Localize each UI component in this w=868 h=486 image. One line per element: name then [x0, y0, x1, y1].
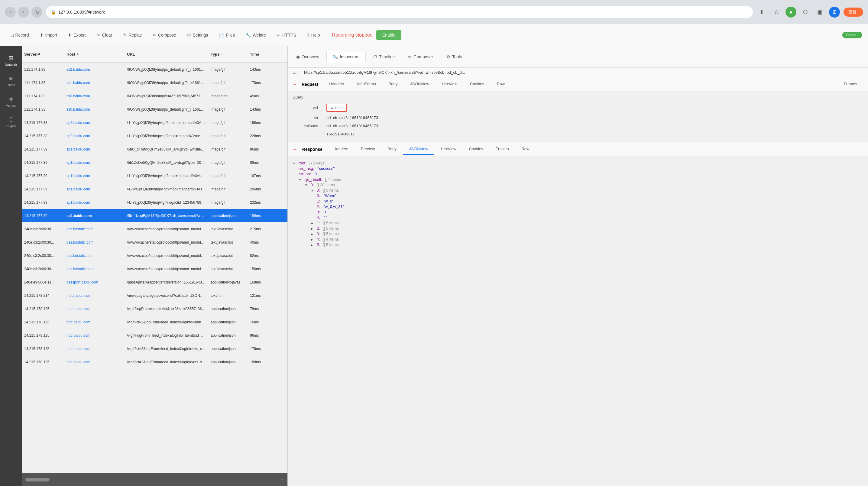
- reload-button[interactable]: ↻: [31, 7, 42, 18]
- json-liju-key: liju_result:: [305, 177, 322, 182]
- table-row[interactable]: 14.215.178.214 mbd.baidu.com /newspage/a…: [22, 289, 287, 302]
- scrollbar-bottom[interactable]: ✕: [22, 473, 287, 486]
- update-button[interactable]: 更新 ·: [843, 7, 863, 17]
- json-sub0-meta: [] 5 items: [323, 188, 339, 192]
- files-button[interactable]: 📄 Files: [214, 30, 240, 40]
- table-row[interactable]: 14.215.177.39 sp1.baidu.com /5b11fzupBgM…: [22, 209, 287, 222]
- import-button[interactable]: ⬆ Import: [35, 30, 62, 40]
- col-url[interactable]: URL ↕: [125, 52, 208, 57]
- tab-resp-body[interactable]: Body: [381, 144, 403, 155]
- collapse-sub5[interactable]: [311, 242, 314, 247]
- record-button[interactable]: □ Record: [6, 30, 34, 40]
- col-type[interactable]: Type ↕: [208, 52, 248, 57]
- tab-resp-trailers[interactable]: Trailers: [490, 144, 515, 155]
- export-button[interactable]: ⬇ Export: [63, 30, 90, 40]
- table-row[interactable]: 14.215.178.125 hpd.baidu.com /v.gif?ct=2…: [22, 342, 287, 356]
- tab-composer[interactable]: ✏ Composer: [402, 51, 439, 62]
- col-serverip[interactable]: ServerIP ↕: [22, 52, 64, 57]
- cell-url: /5bU_dTmfKgQFm2e88luM_a/w.gif?q=whistle&…: [125, 147, 208, 151]
- table-row[interactable]: 14.215.178.125 hpd.baidu.com /v.gif?ct=2…: [22, 315, 287, 329]
- close-icon[interactable]: ✕: [281, 478, 284, 481]
- tab-resp-jsonview[interactable]: JSONView: [403, 144, 434, 155]
- clear-button[interactable]: ✕ Clear: [92, 30, 117, 40]
- table-row[interactable]: 14.215.177.39 sp1.baidu.com /-L-Ysjjp0Ql…: [22, 169, 287, 183]
- back-button[interactable]: ‹: [5, 7, 16, 18]
- sidebar-item-rules[interactable]: ≡ Rules: [1, 71, 21, 90]
- tab-resp-cookies[interactable]: Cookies: [463, 144, 489, 155]
- extension-icon[interactable]: ⬡: [800, 7, 811, 18]
- replay-button[interactable]: ↻ Replay: [118, 30, 147, 40]
- table-row[interactable]: 240e:c3:2c00:30... pss.bdstatic.com /r/w…: [22, 262, 287, 276]
- compose-button[interactable]: ✏ Compose: [148, 30, 181, 40]
- enable-button[interactable]: Enable: [376, 30, 402, 40]
- tab-req-body[interactable]: Body: [383, 79, 404, 90]
- collapse-sub3[interactable]: [311, 232, 314, 236]
- tab-overview[interactable]: ◉ Overview: [290, 51, 325, 62]
- tab-req-jsonview[interactable]: JSONView: [404, 79, 435, 90]
- table-row[interactable]: 111.174.1.33 ss0.baidu.com /6ONWsjjp0QlZ…: [22, 89, 287, 103]
- collapse-sub2[interactable]: [311, 226, 314, 231]
- tab-resp-hexview[interactable]: HexView: [435, 144, 462, 155]
- table-row[interactable]: 14.215.178.125 hpd.baidu.com /v.gif?logF…: [22, 329, 287, 342]
- tab-timeline[interactable]: ⏱ Timeline: [367, 51, 401, 62]
- https-button[interactable]: ✓ HTTPS: [272, 30, 301, 40]
- collapse-sub4[interactable]: [311, 237, 314, 242]
- sidebar-item-network[interactable]: ⊞ Network: [1, 51, 21, 70]
- forward-button[interactable]: ›: [18, 7, 29, 18]
- cell-url: /6ONWsjjp0QlZ8tyhnq/ps_default.gif?_t=16…: [125, 67, 208, 72]
- table-row[interactable]: 240e:e9:800e:11... passport.baidu.com /p…: [22, 276, 287, 289]
- tab-webforms[interactable]: WebForms: [350, 79, 382, 90]
- collapse-item0[interactable]: [305, 183, 308, 187]
- table-row[interactable]: 14.215.177.38 sp2.baidu.com /-L-Ysjjp0Ql…: [22, 129, 287, 143]
- collapse-liju[interactable]: [299, 177, 302, 182]
- address-bar[interactable]: 🔒 127.0.0.1:8899/#network: [46, 6, 753, 18]
- table-row[interactable]: 240e:c3:2c00:30... pss.bdstatic.com /r/w…: [22, 222, 287, 236]
- star-icon[interactable]: ☆: [771, 7, 782, 18]
- cell-host: hpd.baidu.com: [64, 320, 125, 324]
- download-icon[interactable]: ⬇: [756, 7, 767, 18]
- tab-resp-preview[interactable]: Preview: [355, 144, 381, 155]
- tab-req-cookies[interactable]: Cookies: [464, 79, 490, 90]
- table-row[interactable]: 14.215.177.39 sp1.baidu.com /5bU_dTmfKgQ…: [22, 143, 287, 156]
- col-host[interactable]: Host ⬇: [64, 52, 125, 57]
- query-key-callback: callback: [292, 122, 323, 130]
- profile-icon[interactable]: ●: [785, 7, 796, 18]
- tab-req-headers[interactable]: Headers: [323, 79, 350, 90]
- table-row[interactable]: 14.215.178.125 hpd.baidu.com /v.gif?ct=2…: [22, 356, 287, 369]
- settings-button[interactable]: ⚙ Settings: [182, 30, 213, 40]
- table-row[interactable]: 240e:c3:2c00:30... pss.bdstatic.com /r/w…: [22, 249, 287, 262]
- cell-type: image/gif: [208, 160, 248, 165]
- horizontal-scrollbar[interactable]: [25, 478, 50, 482]
- frames-tab[interactable]: Frames: [838, 79, 863, 90]
- table-row[interactable]: 111.174.1.33 ss1.baidu.com /6ONWsjjp0QlZ…: [22, 76, 287, 89]
- col-time[interactable]: Time ↕: [248, 52, 278, 57]
- sidebar-item-values[interactable]: ◈ Values: [1, 92, 21, 111]
- tab-resp-headers[interactable]: Headers: [327, 144, 354, 155]
- json-err-msg-val: "success": [318, 166, 335, 171]
- user-avatar[interactable]: Z: [829, 7, 840, 18]
- collapse-sub1[interactable]: [311, 221, 314, 225]
- table-row[interactable]: 111.174.1.33 ss0.baidu.com /6ONWsjjp0QlZ…: [22, 103, 287, 116]
- sidebar-item-plugins[interactable]: ⬡ Plugins: [1, 112, 21, 131]
- table-row[interactable]: 240e:c3:2c00:30... pss.bdstatic.com /r/w…: [22, 236, 287, 249]
- tab-tools[interactable]: ⚙ Tools: [440, 51, 468, 62]
- table-row[interactable]: 14.215.177.39 sp1.baidu.com /5b1ZeDe5KgQ…: [22, 156, 287, 169]
- collapse-sub0[interactable]: [311, 188, 314, 192]
- table-row[interactable]: 14.215.177.39 sp1.baidu.com /-L-Wsjjp0Ql…: [22, 183, 287, 196]
- help-button[interactable]: ? Help: [302, 30, 325, 40]
- table-row[interactable]: 14.215.177.39 sp1.baidu.com /-L-Ysjjp0Ql…: [22, 196, 287, 209]
- tab-frames[interactable]: Frames: [838, 79, 863, 90]
- cell-ip: 14.215.177.39: [22, 147, 64, 151]
- sidebar-toggle-icon[interactable]: ▣: [814, 7, 826, 18]
- cell-url: /v.gif?ct=2&logFrom=feed_index&logInfo=t…: [125, 360, 208, 364]
- tab-req-hexview[interactable]: HexView: [436, 79, 463, 90]
- weinre-button[interactable]: 🔧 Weinre: [241, 30, 271, 40]
- table-row[interactable]: 14.215.177.38 sp2.baidu.com /-L-Ysjjp0Ql…: [22, 116, 287, 129]
- tab-inspectors[interactable]: 🔍 Inspectors: [327, 51, 366, 63]
- table-row[interactable]: 111.174.1.33 ss2.baidu.com /6ONWsjjp0QlZ…: [22, 63, 287, 76]
- tab-resp-raw[interactable]: Raw: [515, 144, 535, 155]
- collapse-root[interactable]: [292, 161, 296, 165]
- table-row[interactable]: 14.215.178.125 hpd.baidu.com /v.gif?logF…: [22, 302, 287, 315]
- tab-req-raw[interactable]: Raw: [491, 79, 511, 90]
- weinre-icon: 🔧: [246, 33, 251, 37]
